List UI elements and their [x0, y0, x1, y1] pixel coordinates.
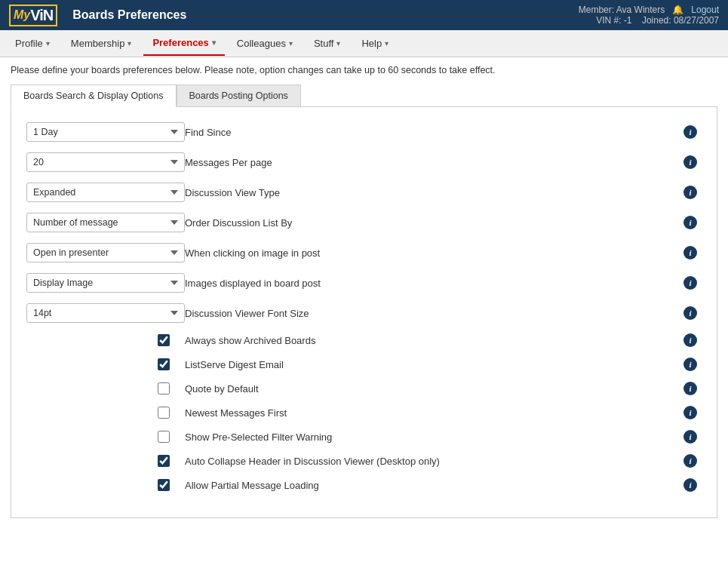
logo-box: MyViN	[9, 5, 57, 26]
info-icon-messages-per-page[interactable]: i	[683, 155, 697, 169]
logout-link[interactable]: Logout	[691, 5, 719, 15]
vin-label: VIN #:	[596, 15, 621, 26]
option-row-archived-boards: Always show Archived Boards i	[26, 333, 702, 347]
info-icon-listserve-digest[interactable]: i	[683, 358, 697, 371]
select-find-since[interactable]: 1 Day	[26, 122, 185, 142]
option-row-partial-loading: Allow Partial Message Loading i	[26, 478, 702, 492]
info-icon-font-size[interactable]: i	[683, 306, 697, 320]
nav-arrow: ▾	[46, 39, 50, 48]
checkbox-col-archived-boards	[26, 334, 185, 346]
description: Please define your boards preferences be…	[11, 65, 717, 75]
label-newest-first: Newest Messages First	[185, 407, 679, 419]
info-col-archived-boards: i	[679, 333, 702, 347]
option-row-discussion-view-type: Expanded Discussion View Type i	[26, 183, 702, 202]
label-archived-boards: Always show Archived Boards	[185, 335, 679, 346]
nav: Profile▾Membership▾Preferences▾Colleague…	[0, 30, 728, 57]
label-auto-collapse: Auto Collapse Header in Discussion Viewe…	[185, 456, 679, 467]
tab-search-display[interactable]: Boards Search & Display Options	[11, 84, 177, 107]
nav-arrow: ▾	[127, 39, 131, 48]
info-icon-newest-first[interactable]: i	[683, 406, 697, 419]
nav-label: Profile	[15, 38, 43, 49]
checkbox-archived-boards[interactable]	[158, 334, 170, 346]
logo-vin: ViN	[30, 7, 53, 24]
info-col-partial-loading: i	[679, 478, 702, 492]
select-font-size[interactable]: 14pt	[26, 303, 185, 323]
label-messages-per-page: Messages Per page	[185, 157, 679, 168]
nav-item-profile[interactable]: Profile▾	[6, 32, 59, 55]
member-name: Ava Winters	[616, 5, 665, 15]
info-icon-archived-boards[interactable]: i	[683, 333, 697, 347]
nav-arrow: ▾	[336, 39, 340, 48]
label-discussion-view-type: Discussion View Type	[185, 187, 679, 198]
nav-label: Stuff	[314, 38, 334, 49]
checkbox-col-listserve-digest	[26, 358, 185, 370]
member-line: Member: Ava Winters 🔔 Logout	[579, 5, 719, 15]
checkbox-filter-warning[interactable]	[158, 431, 170, 443]
select-clicking-image[interactable]: Open in presenter	[26, 243, 185, 263]
select-col-discussion-view-type: Expanded	[26, 183, 185, 202]
vin-line: VIN #: -1 Joined: 08/27/2007	[579, 15, 719, 26]
label-font-size: Discussion Viewer Font Size	[185, 308, 679, 319]
option-row-listserve-digest: ListServe Digest Email i	[26, 358, 702, 371]
info-col-order-discussion: i	[679, 216, 702, 229]
tabs: Boards Search & Display Options Boards P…	[11, 84, 717, 107]
info-icon-images-displayed[interactable]: i	[683, 276, 697, 290]
checkbox-listserve-digest[interactable]	[158, 358, 170, 370]
nav-label: Help	[361, 38, 382, 49]
option-row-messages-per-page: 20 Messages Per page i	[26, 152, 702, 172]
label-order-discussion: Order Discussion List By	[185, 217, 679, 229]
nav-arrow: ▾	[212, 38, 216, 47]
user-info: Member: Ava Winters 🔔 Logout VIN #: -1 J…	[579, 5, 719, 26]
nav-item-help[interactable]: Help▾	[352, 32, 398, 55]
select-col-clicking-image: Open in presenter	[26, 243, 185, 263]
info-col-listserve-digest: i	[679, 358, 702, 371]
nav-item-preferences[interactable]: Preferences▾	[143, 31, 224, 56]
select-discussion-view-type[interactable]: Expanded	[26, 183, 185, 202]
nav-item-colleagues[interactable]: Colleagues▾	[228, 32, 302, 55]
info-icon-quote-default[interactable]: i	[683, 382, 697, 395]
info-icon-filter-warning[interactable]: i	[683, 430, 697, 444]
header: MyViN Boards Preferences Member: Ava Win…	[0, 0, 728, 30]
checkbox-auto-collapse[interactable]	[158, 455, 170, 467]
info-col-find-since: i	[679, 125, 702, 139]
info-icon-auto-collapse[interactable]: i	[683, 454, 697, 468]
label-partial-loading: Allow Partial Message Loading	[185, 480, 679, 491]
nav-label: Colleagues	[237, 38, 286, 49]
info-icon-clicking-image[interactable]: i	[683, 246, 697, 259]
select-order-discussion[interactable]: Number of message	[26, 213, 185, 232]
checkbox-col-newest-first	[26, 407, 185, 419]
option-row-newest-first: Newest Messages First i	[26, 406, 702, 419]
info-col-messages-per-page: i	[679, 155, 702, 169]
nav-label: Membership	[71, 38, 125, 49]
checkbox-col-filter-warning	[26, 431, 185, 443]
checkbox-partial-loading[interactable]	[158, 479, 170, 491]
option-row-order-discussion: Number of message Order Discussion List …	[26, 213, 702, 232]
content: Please define your boards preferences be…	[0, 57, 728, 527]
info-col-filter-warning: i	[679, 430, 702, 444]
select-messages-per-page[interactable]: 20	[26, 152, 185, 172]
label-filter-warning: Show Pre-Selected Filter Warning	[185, 431, 679, 443]
label-images-displayed: Images displayed in board post	[185, 278, 679, 289]
select-col-messages-per-page: 20	[26, 152, 185, 172]
tab-posting[interactable]: Boards Posting Options	[177, 84, 301, 107]
info-col-font-size: i	[679, 306, 702, 320]
checkbox-quote-default[interactable]	[158, 382, 170, 395]
checkbox-col-quote-default	[26, 382, 185, 395]
info-icon-discussion-view-type[interactable]: i	[683, 186, 697, 199]
checkbox-col-auto-collapse	[26, 455, 185, 467]
select-col-order-discussion: Number of message	[26, 213, 185, 232]
nav-item-membership[interactable]: Membership▾	[62, 32, 141, 55]
select-images-displayed[interactable]: Display Image	[26, 273, 185, 293]
checkbox-newest-first[interactable]	[158, 407, 170, 419]
joined-label: Joined:	[642, 15, 671, 26]
label-find-since: Find Since	[185, 127, 679, 138]
vin-number: -1	[624, 15, 632, 26]
select-col-font-size: 14pt	[26, 303, 185, 323]
info-icon-partial-loading[interactable]: i	[683, 478, 697, 492]
info-icon-find-since[interactable]: i	[683, 125, 697, 139]
info-icon-order-discussion[interactable]: i	[683, 216, 697, 229]
logo: MyViN	[9, 5, 57, 26]
option-row-font-size: 14pt Discussion Viewer Font Size i	[26, 303, 702, 323]
nav-item-stuff[interactable]: Stuff▾	[305, 32, 350, 55]
info-col-quote-default: i	[679, 382, 702, 395]
